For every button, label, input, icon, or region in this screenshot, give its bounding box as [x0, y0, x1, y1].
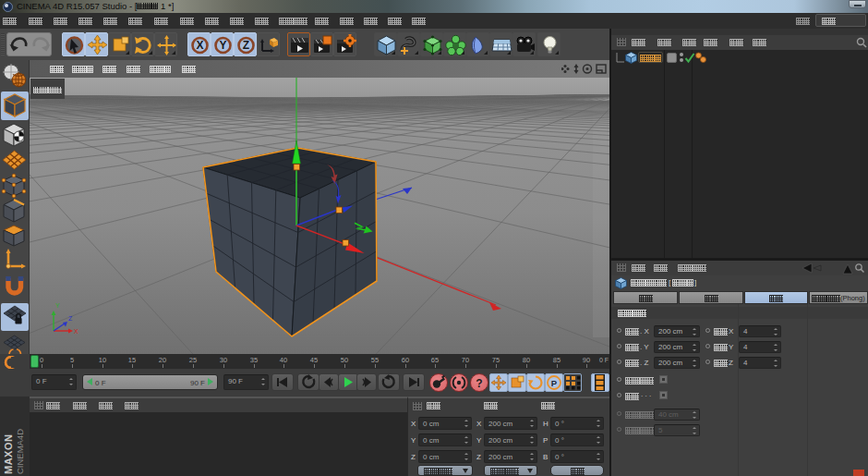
- svg-text:X: X: [74, 328, 78, 335]
- svg-text:Y: Y: [219, 39, 226, 52]
- svg-text:P: P: [551, 378, 558, 388]
- svg-text:Y: Y: [55, 302, 60, 309]
- svg-text:X: X: [196, 39, 203, 52]
- svg-text:Z: Z: [68, 315, 73, 322]
- svg-text:?: ?: [476, 377, 482, 390]
- svg-text:Z: Z: [243, 39, 249, 52]
